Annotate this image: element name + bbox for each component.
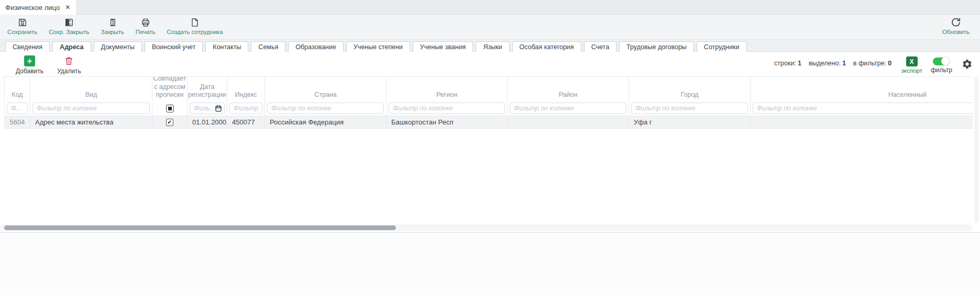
- print-button[interactable]: Печать: [136, 17, 156, 35]
- grid-settings-button[interactable]: [962, 59, 973, 72]
- filter-input-code[interactable]: [7, 103, 28, 114]
- tristate-checkbox-icon[interactable]: [166, 105, 174, 112]
- column-header-city[interactable]: Город: [629, 77, 751, 101]
- add-row-label: Добавить: [16, 67, 43, 75]
- column-header-registration-date[interactable]: Дата регистрации: [188, 77, 227, 101]
- tab-voinskiy-uchet[interactable]: Воинский учет: [145, 41, 203, 52]
- tab-svedeniya[interactable]: Сведения: [5, 41, 50, 52]
- filter-cell-country: [265, 101, 387, 116]
- addresses-grid: Код Вид Совпадает с адресом прописки Дат…: [4, 76, 973, 129]
- grid-stats: строки:1 выделено:1 в фильтре:0: [774, 60, 891, 67]
- filter-input-region[interactable]: [389, 103, 505, 114]
- filtered-count-value: 0: [888, 60, 891, 67]
- tab-yazyki[interactable]: Языки: [476, 41, 509, 52]
- filter-cell-postcode: [227, 101, 265, 116]
- tab-kontakty[interactable]: Контакты: [205, 41, 248, 52]
- refresh-label: Обновить: [942, 29, 970, 35]
- cell-country[interactable]: Российская Федерация: [265, 116, 387, 128]
- tristate-square: [168, 107, 172, 110]
- toggle-knob: [941, 57, 950, 65]
- cell-code[interactable]: 5604: [5, 116, 30, 128]
- filter-cell-matches: [152, 101, 188, 116]
- filter-cell-district: [508, 101, 629, 116]
- filtered-count-label: в фильтре:: [853, 60, 886, 67]
- save-close-icon: [64, 17, 74, 28]
- selected-count-label: выделено:: [809, 60, 841, 67]
- rows-count-label: строки:: [774, 60, 796, 67]
- cell-kind[interactable]: Адрес места жительства: [30, 116, 152, 128]
- window-tab-person[interactable]: Физическое лицо ✕: [0, 0, 77, 15]
- cell-settlement[interactable]: [751, 116, 973, 128]
- tab-semya[interactable]: Семья: [251, 41, 285, 52]
- content-panel: + Добавить Удалить строки:1 выделено:1: [0, 52, 980, 233]
- plus-icon: +: [24, 55, 35, 66]
- tab-uchenye-stepeni[interactable]: Ученые степени: [346, 41, 410, 52]
- selected-count-value: 1: [842, 60, 846, 67]
- filter-toggle[interactable]: фильтр: [931, 58, 952, 74]
- filter-input-date[interactable]: [190, 103, 225, 114]
- close-tab-icon[interactable]: ✕: [65, 4, 70, 11]
- rows-count: строки:1: [774, 60, 801, 67]
- tab-uchenye-zvaniya[interactable]: Ученые звания: [413, 41, 474, 52]
- checked-checkbox-icon[interactable]: ✔: [166, 119, 173, 126]
- add-row-button[interactable]: + Добавить: [16, 55, 43, 75]
- tab-obrazovanie[interactable]: Образование: [288, 41, 343, 52]
- column-header-settlement[interactable]: Населенный: [751, 77, 973, 101]
- tab-adresa[interactable]: Адреса: [52, 41, 91, 52]
- trash-icon: [63, 55, 74, 66]
- column-header-country[interactable]: Страна: [265, 77, 387, 101]
- page-tabs: Сведения Адреса Документы Воинский учет …: [0, 40, 980, 52]
- horizontal-scrollbar-thumb[interactable]: [4, 225, 396, 230]
- filter-input-settlement[interactable]: [753, 103, 973, 114]
- column-header-region[interactable]: Регион: [387, 77, 508, 101]
- save-close-button[interactable]: Сохр. Закрыть: [49, 17, 89, 35]
- refresh-button[interactable]: Обновить: [942, 17, 970, 35]
- tab-dokumenty[interactable]: Документы: [94, 41, 142, 52]
- cell-postcode[interactable]: 450077: [227, 116, 265, 128]
- tab-scheta[interactable]: Счета: [584, 41, 616, 52]
- tab-sotrudniki[interactable]: Сотрудники: [697, 41, 747, 52]
- horizontal-scrollbar[interactable]: [0, 224, 973, 231]
- column-header-code[interactable]: Код: [5, 77, 30, 101]
- column-header-kind[interactable]: Вид: [30, 77, 152, 101]
- column-header-matches-registration[interactable]: Совпадает с адресом прописки: [152, 77, 188, 101]
- filter-input-district[interactable]: [510, 103, 626, 114]
- export-label: экспорт: [901, 67, 922, 74]
- main-toolbar: Сохранить Сохр. Закрыть Закрыть: [0, 15, 980, 40]
- create-employee-button[interactable]: Создать сотрудника: [167, 17, 223, 35]
- cell-date[interactable]: 01.01.2000: [188, 116, 227, 128]
- save-button[interactable]: Сохранить: [7, 17, 37, 35]
- grid-inner: Код Вид Совпадает с адресом прописки Дат…: [5, 77, 973, 129]
- filter-input-postcode[interactable]: [229, 103, 262, 114]
- filter-cell-kind: [30, 101, 152, 116]
- filter-cell-city: [629, 101, 751, 116]
- close-button[interactable]: Закрыть: [101, 17, 124, 35]
- column-header-postcode[interactable]: Индекс: [227, 77, 265, 101]
- filter-input-kind[interactable]: [32, 103, 150, 114]
- cell-district[interactable]: [508, 116, 629, 128]
- window-tab-strip: Физическое лицо ✕: [0, 0, 980, 15]
- window-tab-title: Физическое лицо: [5, 4, 60, 12]
- cell-matches[interactable]: ✔: [152, 116, 188, 128]
- filtered-count: в фильтре:0: [853, 60, 891, 67]
- new-document-icon: [190, 17, 200, 28]
- grid-toolbar: + Добавить Удалить строки:1 выделено:1: [0, 52, 980, 76]
- export-excel-button[interactable]: X экспорт: [901, 56, 922, 74]
- filter-input-country[interactable]: [267, 103, 384, 114]
- filter-input-city[interactable]: [631, 103, 748, 114]
- delete-row-button[interactable]: Удалить: [57, 55, 81, 75]
- toggle-on-icon[interactable]: [933, 58, 950, 65]
- selected-count: выделено:1: [809, 60, 846, 67]
- cell-city[interactable]: Уфа г: [629, 116, 751, 128]
- filter-toggle-label: фильтр: [931, 66, 952, 74]
- table-row[interactable]: 5604 Адрес места жительства ✔ 01.01.2000…: [5, 116, 973, 129]
- page-footer: [0, 233, 980, 294]
- save-close-label: Сохр. Закрыть: [49, 29, 89, 35]
- tab-osobaya-kategoriya[interactable]: Особая категория: [512, 41, 581, 52]
- cell-region[interactable]: Башкортостан Респ: [387, 116, 508, 128]
- filter-cell-region: [387, 101, 508, 116]
- vertical-scrollbar[interactable]: [974, 77, 978, 223]
- tab-trudovye-dogovory[interactable]: Трудовые договоры: [619, 41, 694, 52]
- column-header-district[interactable]: Район: [508, 77, 629, 101]
- filter-cell-date: [188, 101, 227, 116]
